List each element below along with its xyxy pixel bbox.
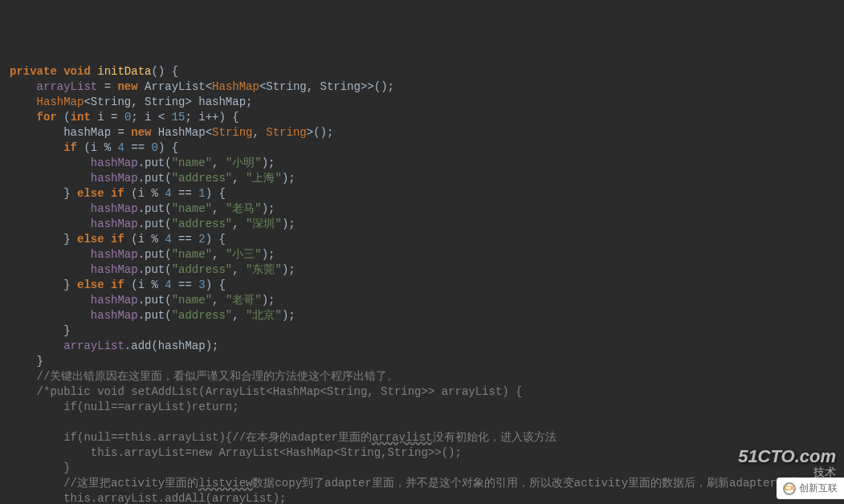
code-line: hashMap.put("name", "小明"); <box>10 156 834 171</box>
code-line: arrayList = new ArrayList<HashMap<String… <box>10 79 834 95</box>
code-line: hashMap.put("address", "北京"); <box>10 308 834 323</box>
code-line: //这里把activity里面的listview数据copy到了adapter里… <box>10 476 834 491</box>
code-line: hashMap.put("address", "东莞"); <box>10 262 834 278</box>
code-line: } else if (i % 4 == 2) { <box>10 232 834 247</box>
code-line: } <box>10 461 834 476</box>
code-line: } <box>10 323 834 339</box>
code-line: arrayList.add(hashMap); <box>10 339 834 354</box>
code-line: this.arrayList=new ArrayList<HashMap<Str… <box>10 445 834 461</box>
code-line: } else if (i % 4 == 3) { <box>10 278 834 293</box>
code-line: hashMap = new HashMap<String, String>(); <box>10 125 834 140</box>
code-line <box>10 415 834 430</box>
code-line: } else if (i % 4 == 1) { <box>10 186 834 201</box>
code-editor[interactable]: private void initData() { arrayList = ne… <box>10 64 834 504</box>
code-line: HashMap<String, String> hashMap; <box>10 95 834 110</box>
code-line: hashMap.put("address", "深圳"); <box>10 217 834 232</box>
code-line: private void initData() { <box>10 64 834 79</box>
code-line: this.arrayList.addAll(arrayList); <box>10 491 834 504</box>
code-line: } <box>10 354 834 369</box>
code-line: /*public void setAddList(ArrayList<HashM… <box>10 384 834 400</box>
code-line: if (i % 4 == 0) { <box>10 140 834 156</box>
code-line: if(null==arrayList)return; <box>10 400 834 415</box>
code-line: hashMap.put("name", "老哥"); <box>10 293 834 308</box>
code-line: if(null==this.arrayList){//在本身的adapter里面… <box>10 430 834 445</box>
code-line: //关键出错原因在这里面，看似严谨又和合理的方法使这个程序出错了。 <box>10 369 834 384</box>
code-line: hashMap.put("name", "小三"); <box>10 247 834 262</box>
code-line: for (int i = 0; i < 15; i++) { <box>10 110 834 125</box>
code-line: hashMap.put("name", "老马"); <box>10 201 834 217</box>
code-line: hashMap.put("address", "上海"); <box>10 171 834 186</box>
